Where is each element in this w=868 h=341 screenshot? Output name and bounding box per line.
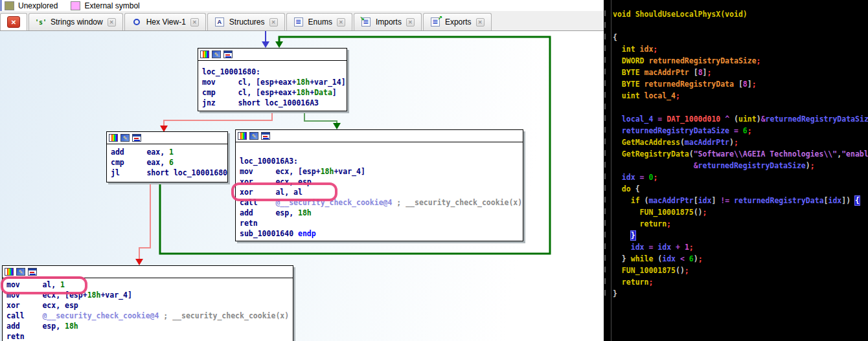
asm-line[interactable]: xor al, al — [240, 188, 523, 198]
edit-icon[interactable]: ✎ — [120, 134, 130, 142]
asm-line[interactable]: xor ecx, esp — [240, 177, 523, 188]
tab-exports[interactable]: ≡↗ Exports ✕ — [423, 13, 492, 30]
color-palette-icon[interactable] — [109, 134, 118, 142]
tab-close-icon[interactable]: ✕ — [269, 18, 278, 27]
color-palette-icon[interactable] — [5, 268, 14, 276]
basic-block-loc_10001680[interactable]: ✎ loc_10001680:mov cl, [esp+eax+18h+var_… — [198, 48, 347, 111]
pseudocode-line[interactable]: int idx; — [613, 43, 868, 55]
partial-active-tab[interactable]: ✕ — [0, 13, 27, 30]
asm-line[interactable]: cmp cl, [esp+eax+18h+Data] — [202, 88, 347, 98]
block-titlebar: ✎ — [236, 130, 523, 142]
pseudocode-line[interactable]: FUN_10001875(); — [613, 265, 868, 276]
hex-icon — [131, 17, 142, 27]
asm-line[interactable]: retn — [6, 332, 293, 341]
strings-icon: 's' — [36, 17, 46, 27]
pseudocode-line[interactable]: local_4 = DAT_1000d010 ^ (uint)&returned… — [613, 113, 868, 125]
pseudocode-line[interactable]: } — [613, 230, 868, 241]
pseudocode-line[interactable]: if (macAddrPtr[idx] != returnedRegistryD… — [613, 195, 868, 206]
pseudocode-line[interactable]: { — [613, 32, 868, 43]
asm-line[interactable]: mov ecx, [esp+18h+var_4] — [240, 167, 523, 177]
edit-icon[interactable]: ✎ — [16, 268, 25, 276]
disassembly-graph-view[interactable]: ✎ loc_10001680:mov cl, [esp+eax+18h+var_… — [0, 31, 604, 341]
tab-close-icon[interactable]: ✕ — [108, 18, 116, 27]
tab-close-icon[interactable]: ✕ — [337, 18, 345, 27]
pseudocode-line[interactable]: } while (idx < 6); — [613, 253, 868, 265]
pseudocode-line[interactable]: idx = idx + 1; — [613, 241, 868, 253]
branch-false-edge-2 — [135, 183, 150, 265]
asm-line[interactable]: mov ecx, [esp+18h+var_4] — [6, 291, 293, 301]
pseudocode-line[interactable]: GetMacAddress(macAddrPtr); — [613, 137, 868, 148]
basic-block-loop-increment[interactable]: ✎ add eax, 1cmp eax, 6jl short loc_10001… — [106, 131, 228, 182]
basic-block-loc_100016A3[interactable]: ✎ loc_100016A3:mov ecx, [esp+18h+var_4]x… — [235, 129, 523, 241]
asm-line[interactable]: jnz short loc_100016A3 — [202, 98, 347, 109]
pseudocode-line[interactable]: void ShouldUseLocalPhysX(void) — [613, 8, 868, 20]
asm-line[interactable]: loc_10001680: — [202, 67, 347, 78]
external-symbol-swatch — [71, 1, 80, 10]
asm-line[interactable]: mov cl, [esp+eax+18h+var_14] — [202, 78, 347, 88]
tab-structures[interactable]: A Structures ✕ — [207, 13, 285, 30]
tab-hex-view-1[interactable]: Hex View-1 ✕ — [124, 13, 206, 30]
pseudocode-line[interactable]: uint local_4; — [613, 90, 868, 102]
asm-line[interactable]: xor ecx, esp — [6, 301, 293, 311]
pseudocode-line[interactable]: returnedRegistryDataSize = 6; — [613, 125, 868, 137]
line-markers — [604, 10, 606, 299]
pseudocode-line[interactable]: BYTE returnedRegistryData [8]; — [613, 78, 868, 90]
pseudocode-line[interactable]: GetRegistryData("Software\\AGEIA Technol… — [613, 148, 868, 160]
tab-close-icon[interactable]: ✕ — [190, 18, 199, 27]
tab-close-icon[interactable]: ✕ — [406, 18, 415, 27]
block-code: mov al, 1mov ecx, [esp+18h+var_4]xor ecx… — [3, 278, 293, 341]
tab-label: Structures — [229, 17, 265, 27]
pseudocode-line[interactable]: do { — [613, 183, 868, 195]
pseudocode-line[interactable]: FUN_10001875(); — [613, 206, 868, 218]
group-node-icon[interactable] — [223, 50, 233, 58]
tab-close-icon[interactable]: ✕ — [476, 18, 485, 27]
pseudocode-line[interactable]: &returnedRegistryDataSize); — [613, 160, 868, 171]
asm-line[interactable]: sub_10001640 endp — [240, 229, 523, 239]
tab-imports[interactable]: ≡↘ Imports ✕ — [354, 13, 422, 30]
margin-separator — [611, 0, 611, 341]
external-symbol-label: External symbol — [84, 1, 139, 10]
unexplored-label: Unexplored — [18, 1, 58, 10]
tab-strings-window[interactable]: 's' Strings window ✕ — [29, 13, 123, 30]
legend-unexplored: Unexplored — [5, 1, 58, 10]
tab-label: Imports — [376, 17, 402, 27]
asm-line[interactable]: call @__security_check_cookie@4 ; __secu… — [240, 198, 523, 208]
edit-icon[interactable]: ✎ — [249, 132, 258, 140]
pseudocode-line[interactable]: idx = 0; — [613, 171, 868, 183]
asm-line[interactable]: call @__security_check_cookie@4 ; __secu… — [6, 311, 293, 322]
tab-label: Strings window — [51, 17, 103, 27]
pseudocode-line[interactable]: BYTE macAddrPtr [8]; — [613, 67, 868, 78]
asm-line[interactable]: add eax, 1 — [111, 148, 227, 158]
asm-line[interactable]: add esp, 18h — [240, 208, 523, 219]
branch-true-edge-1 — [304, 111, 341, 129]
group-node-icon[interactable] — [28, 268, 37, 276]
asm-line[interactable]: loc_100016A3: — [240, 157, 523, 167]
navband-legend: Unexplored External symbol — [0, 0, 606, 11]
basic-block-func-exit[interactable]: ✎ mov al, 1mov ecx, [esp+18h+var_4]xor e… — [2, 265, 293, 341]
ida-window: Unexplored External symbol ✕ 's' Strings… — [0, 0, 868, 341]
asm-line[interactable]: add esp, 18h — [6, 322, 293, 332]
color-palette-icon[interactable] — [200, 50, 209, 58]
edit-icon[interactable]: ✎ — [212, 50, 221, 58]
legend-external-symbol: External symbol — [71, 1, 139, 10]
tab-label: Enums — [308, 17, 332, 27]
pseudocode-line[interactable]: } — [613, 288, 868, 300]
pseudocode-line[interactable]: return; — [613, 218, 868, 230]
block-titlebar: ✎ — [107, 132, 227, 144]
asm-line[interactable]: mov al, 1 — [6, 280, 293, 291]
pseudocode-line[interactable] — [613, 102, 868, 113]
tab-enums[interactable]: ≡ Enums ✕ — [286, 13, 352, 30]
asm-line[interactable]: jl short loc_10001680 — [111, 168, 227, 179]
red-close-icon[interactable]: ✕ — [7, 16, 20, 28]
asm-line[interactable]: cmp eax, 6 — [111, 158, 227, 168]
decompiler-panel[interactable]: void ShouldUseLocalPhysX(void) { int idx… — [604, 0, 868, 341]
color-palette-icon[interactable] — [238, 132, 247, 140]
group-node-icon[interactable] — [132, 134, 141, 142]
asm-line[interactable]: retn — [240, 219, 523, 229]
group-node-icon[interactable] — [261, 132, 270, 140]
pseudocode-line[interactable]: return; — [613, 276, 868, 288]
block-titlebar: ✎ — [198, 49, 347, 61]
block-code: loc_10001680:mov cl, [esp+eax+18h+var_14… — [198, 61, 347, 110]
pseudocode-line[interactable]: DWORD returnedRegistryDataSize; — [613, 55, 868, 67]
pseudocode-line[interactable] — [613, 20, 868, 32]
